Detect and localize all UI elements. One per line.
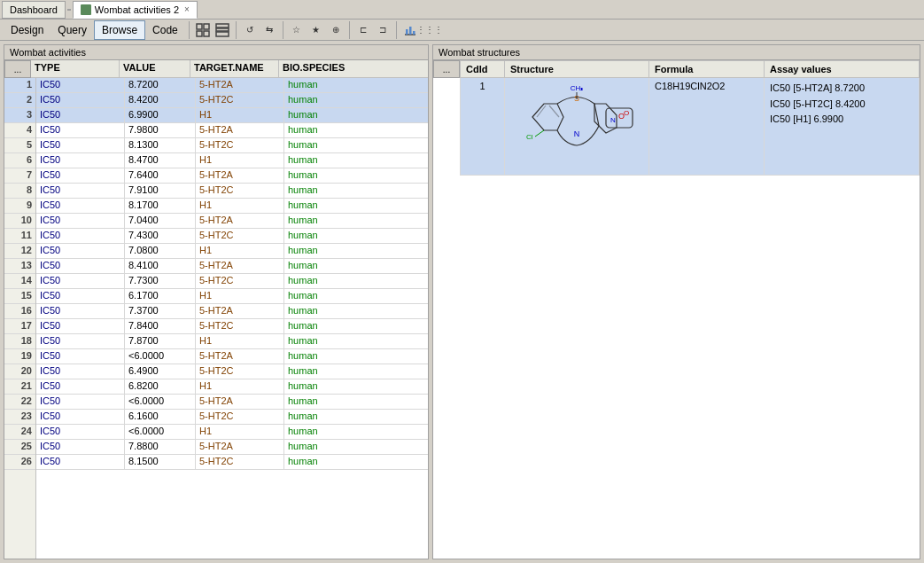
- cell-species: human: [284, 319, 428, 333]
- tab-wombat-activities-2[interactable]: Wombat activities 2 ×: [73, 1, 198, 19]
- table-row[interactable]: IC508.42005-HT2Chuman: [36, 93, 428, 108]
- structure-cell: N S O Cl CH₃ N O: [505, 78, 649, 176]
- row-num-15: 15: [4, 289, 35, 304]
- table-row[interactable]: IC508.41005-HT2Ahuman: [36, 259, 428, 274]
- toolbar-star2-btn[interactable]: ★: [307, 21, 326, 39]
- cell-type: IC50: [36, 78, 125, 92]
- table-row[interactable]: IC508.15005-HT2Chuman: [36, 455, 428, 470]
- table-row[interactable]: IC507.91005-HT2Chuman: [36, 184, 428, 199]
- cell-type: IC50: [36, 184, 125, 198]
- svg-rect-5: [216, 28, 229, 31]
- cell-target: 5-HT2A: [196, 78, 284, 92]
- cell-value: 8.4100: [125, 259, 196, 273]
- cell-target: 5-HT2C: [196, 455, 284, 469]
- cell-target: 5-HT2A: [196, 123, 284, 137]
- table-row[interactable]: IC507.88005-HT2Ahuman: [36, 440, 428, 455]
- row-num-4: 4: [4, 123, 35, 138]
- toolbar-dots-btn[interactable]: ⋮⋮⋮: [420, 21, 439, 39]
- table-row[interactable]: IC50<6.00005-HT2Ahuman: [36, 349, 428, 364]
- tab-close-button[interactable]: ×: [184, 4, 190, 14]
- table-row[interactable]: IC506.16005-HT2Chuman: [36, 410, 428, 425]
- cell-type: IC50: [36, 259, 125, 273]
- cell-value: 7.0800: [125, 244, 196, 258]
- left-panel-menu-btn[interactable]: ...: [4, 60, 31, 78]
- toolbar-back-btn[interactable]: ↺: [240, 21, 260, 39]
- col-header-value: VALUE: [120, 60, 190, 77]
- cell-species: human: [284, 349, 428, 364]
- cell-value: 6.8200: [125, 379, 196, 394]
- svg-line-13: [549, 106, 559, 117]
- table-row[interactable]: IC507.04005-HT2Ahuman: [36, 214, 428, 229]
- table-row[interactable]: IC508.1700H1human: [36, 199, 428, 214]
- cell-target: 5-HT2C: [196, 274, 284, 288]
- svg-rect-2: [197, 31, 202, 36]
- cell-species: human: [284, 199, 428, 213]
- table-scroll[interactable]: IC508.72005-HT2AhumanIC508.42005-HT2Chum…: [36, 78, 428, 559]
- row-num-16: 16: [4, 304, 35, 319]
- cell-target: 5-HT2A: [196, 440, 284, 454]
- svg-rect-0: [197, 24, 202, 29]
- svg-rect-8: [406, 29, 408, 35]
- toolbar-group-4: ⊏ ⊐: [349, 21, 392, 39]
- table-row[interactable]: IC506.9900H1human: [36, 108, 428, 123]
- svg-text:N: N: [574, 129, 580, 138]
- cell-value: 7.9800: [125, 123, 196, 137]
- cell-target: 5-HT2C: [196, 229, 284, 243]
- cell-target: H1: [196, 199, 284, 213]
- cell-type: IC50: [36, 108, 125, 122]
- table-row[interactable]: IC507.98005-HT2Ahuman: [36, 123, 428, 138]
- cell-value: 6.1700: [125, 289, 196, 303]
- row-num-26: 26: [4, 455, 35, 470]
- cell-type: IC50: [36, 274, 125, 288]
- table-row[interactable]: IC50<6.00005-HT2Ahuman: [36, 395, 428, 410]
- table-row[interactable]: IC506.1700H1human: [36, 289, 428, 304]
- title-bar: Dashboard Wombat activities 2 ×: [0, 0, 924, 20]
- cell-value: 7.8700: [125, 334, 196, 348]
- table-row[interactable]: IC507.0800H1human: [36, 244, 428, 259]
- cell-species: human: [284, 289, 428, 303]
- row-num-11: 11: [4, 229, 35, 244]
- menu-browse[interactable]: Browse: [94, 20, 145, 40]
- table-row[interactable]: IC508.4700H1human: [36, 153, 428, 168]
- cell-type: IC50: [36, 395, 125, 409]
- table-row[interactable]: IC50<6.0000H1human: [36, 425, 428, 440]
- table-row[interactable]: IC507.64005-HT2Ahuman: [36, 168, 428, 184]
- cell-type: IC50: [36, 304, 125, 318]
- table-row[interactable]: IC508.13005-HT2Chuman: [36, 138, 428, 153]
- toolbar-grid-btn[interactable]: [193, 21, 213, 39]
- svg-rect-4: [216, 24, 229, 27]
- table-row[interactable]: IC507.84005-HT2Chuman: [36, 319, 428, 334]
- row-num-22: 22: [4, 395, 35, 410]
- formula-cell: C18H19ClN2O2: [649, 78, 765, 176]
- table-row[interactable]: IC507.43005-HT2Chuman: [36, 229, 428, 244]
- right-panel-menu-btn[interactable]: ...: [433, 60, 460, 78]
- table-row[interactable]: IC507.8700H1human: [36, 334, 428, 349]
- toolbar-star-btn[interactable]: ☆: [287, 21, 307, 39]
- cell-species: human: [284, 364, 428, 379]
- table-row[interactable]: IC506.8200H1human: [36, 379, 428, 395]
- menu-bar: Design Query Browse Code ↺ ⇆ ☆ ★ ⊕ ⊏ ⊐ ⋮…: [0, 20, 924, 41]
- cell-type: IC50: [36, 244, 125, 258]
- toolbar-import-btn[interactable]: ⊐: [373, 21, 392, 39]
- toolbar-table-btn[interactable]: [213, 21, 232, 39]
- menu-query[interactable]: Query: [50, 20, 94, 40]
- toolbar-add-btn[interactable]: ⊕: [326, 21, 346, 39]
- menu-code[interactable]: Code: [145, 20, 185, 40]
- table-row[interactable]: IC506.49005-HT2Chuman: [36, 364, 428, 379]
- table-row[interactable]: IC507.73005-HT2Chuman: [36, 274, 428, 289]
- table-row[interactable]: IC507.37005-HT2Ahuman: [36, 304, 428, 319]
- menu-design[interactable]: Design: [4, 20, 50, 40]
- struct-row[interactable]: 1 N S O Cl CH₃ N O C18H19ClN2O2IC50 [5-H…: [461, 78, 920, 176]
- struct-col-cdid: CdId: [461, 61, 505, 78]
- cell-value: 6.4900: [125, 364, 196, 379]
- table-row[interactable]: IC508.72005-HT2Ahuman: [36, 78, 428, 93]
- toolbar-export-btn[interactable]: ⊏: [353, 21, 373, 39]
- cell-target: 5-HT2A: [196, 349, 284, 364]
- tab-dashboard[interactable]: Dashboard: [2, 1, 66, 19]
- cell-type: IC50: [36, 153, 125, 168]
- tab-dashboard-label: Dashboard: [10, 4, 58, 15]
- cell-species: human: [284, 274, 428, 288]
- toolbar-fwd-btn[interactable]: ⇆: [260, 21, 279, 39]
- row-num-12: 12: [4, 244, 35, 259]
- svg-line-19: [535, 130, 544, 137]
